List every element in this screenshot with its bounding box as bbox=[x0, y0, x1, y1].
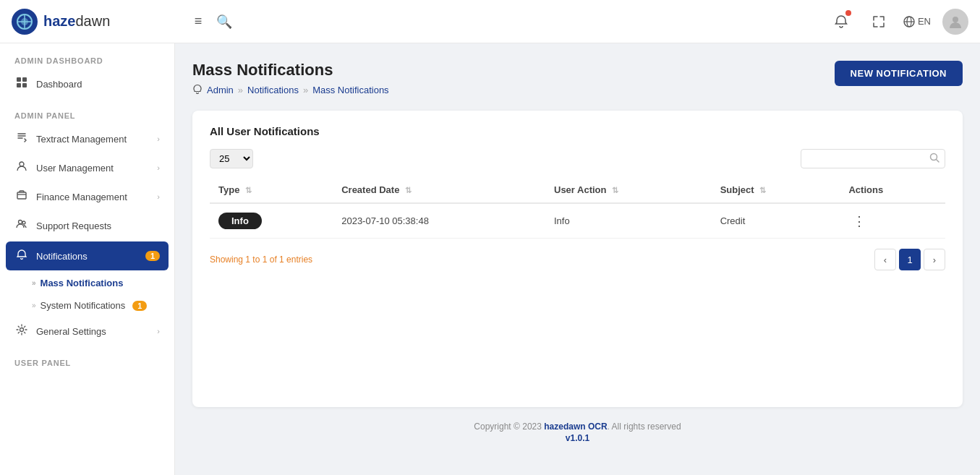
type-badge: Info bbox=[218, 213, 262, 229]
main-content: Mass Notifications Admin » Notifications… bbox=[175, 43, 980, 475]
breadcrumb-current: Mass Notifications bbox=[312, 85, 388, 95]
row-created-date-cell: 2023-07-10 05:38:48 bbox=[333, 203, 545, 239]
footer-copyright: Copyright © 2023 hazedawn OCR. All right… bbox=[207, 421, 948, 432]
sidebar-item-support[interactable]: Support Requests bbox=[0, 211, 174, 240]
sidebar: ADMIN DASHBOARD Dashboard ADMIN PANEL Te… bbox=[0, 43, 175, 475]
notification-badge bbox=[845, 10, 851, 16]
menu-icon: ≡ bbox=[195, 14, 203, 29]
search-box bbox=[801, 149, 945, 168]
pagination: ‹ 1 › bbox=[874, 249, 945, 270]
logo-icon bbox=[12, 9, 38, 35]
search-input[interactable] bbox=[801, 149, 945, 168]
sidebar-item-finance-label: Finance Management bbox=[36, 192, 150, 202]
table-footer: Showing 1 to 1 of 1 entries ‹ 1 › bbox=[210, 249, 945, 270]
svg-point-16 bbox=[22, 221, 25, 224]
footer-brand-link[interactable]: hazedawn OCR bbox=[544, 421, 607, 432]
expand-button[interactable] bbox=[866, 9, 892, 35]
svg-rect-9 bbox=[22, 77, 27, 82]
settings-icon bbox=[14, 324, 29, 338]
col-subject-sort-icon[interactable]: ⇅ bbox=[759, 186, 766, 194]
sidebar-item-settings-label: General Settings bbox=[36, 326, 150, 337]
globe-icon bbox=[903, 16, 915, 27]
col-type-sort-icon[interactable]: ⇅ bbox=[245, 186, 252, 194]
svg-point-12 bbox=[20, 162, 24, 166]
breadcrumb-sep1: » bbox=[238, 85, 243, 95]
col-actions: Actions bbox=[840, 177, 945, 203]
card-title: All User Notifications bbox=[210, 125, 945, 137]
search-button[interactable]: 🔍 bbox=[211, 9, 237, 35]
svg-line-19 bbox=[937, 160, 939, 163]
col-type: Type ⇅ bbox=[210, 177, 333, 203]
notifications-table: Type ⇅ Created Date ⇅ User Action ⇅ Su bbox=[210, 177, 945, 239]
avatar[interactable] bbox=[942, 9, 968, 35]
col-action-sort-icon[interactable]: ⇅ bbox=[612, 186, 618, 194]
page-title: Mass Notifications bbox=[192, 61, 389, 80]
sidebar-item-notifications-label: Notifications bbox=[36, 251, 138, 262]
breadcrumb-admin-link[interactable]: Admin bbox=[207, 85, 234, 95]
user-panel-label: USER PANEL bbox=[0, 346, 174, 372]
pagination-prev-button[interactable]: ‹ bbox=[874, 249, 896, 270]
per-page-select: 25 10 50 100 bbox=[210, 149, 253, 168]
per-page-dropdown[interactable]: 25 10 50 100 bbox=[210, 149, 253, 168]
page-footer: Copyright © 2023 hazedawn OCR. All right… bbox=[192, 407, 963, 458]
sidebar-item-general-settings[interactable]: General Settings › bbox=[0, 317, 174, 346]
new-notification-button[interactable]: NEW NOTIFICATION bbox=[835, 61, 963, 86]
notifications-badge: 1 bbox=[145, 251, 160, 261]
header-icons: EN bbox=[828, 9, 968, 35]
mass-notifications-label: Mass Notifications bbox=[41, 278, 124, 288]
system-notifications-label: System Notifications bbox=[41, 300, 126, 311]
svg-point-7 bbox=[953, 17, 958, 22]
breadcrumb: Admin » Notifications » Mass Notificatio… bbox=[192, 84, 389, 96]
sidebar-item-textract-label: Textract Management bbox=[36, 134, 150, 145]
page-title-area: Mass Notifications Admin » Notifications… bbox=[192, 61, 389, 96]
language-button[interactable]: EN bbox=[903, 16, 931, 27]
support-icon bbox=[14, 218, 29, 233]
settings-chevron-icon: › bbox=[157, 327, 160, 335]
notifications-sub-menu: » Mass Notifications » System Notificati… bbox=[0, 272, 174, 317]
breadcrumb-sep2: » bbox=[303, 85, 308, 95]
sidebar-sub-item-mass-notifications[interactable]: » Mass Notifications bbox=[26, 272, 174, 294]
row-actions-cell: ⋮ bbox=[840, 203, 945, 239]
sidebar-item-textract[interactable]: Textract Management › bbox=[0, 124, 174, 153]
pagination-page-1-button[interactable]: 1 bbox=[899, 249, 921, 270]
search-icon: 🔍 bbox=[216, 14, 232, 30]
sidebar-item-user-mgmt-label: User Management bbox=[36, 163, 150, 174]
expand-icon bbox=[872, 15, 885, 28]
row-subject-cell: Credit bbox=[712, 203, 840, 239]
sidebar-item-finance[interactable]: Finance Management › bbox=[0, 182, 174, 211]
sidebar-item-dashboard[interactable]: Dashboard bbox=[0, 69, 174, 98]
col-actions-label: Actions bbox=[848, 184, 883, 195]
breadcrumb-notifications-link[interactable]: Notifications bbox=[247, 85, 299, 95]
admin-panel-label: ADMIN PANEL bbox=[0, 98, 174, 124]
notification-bell-button[interactable] bbox=[828, 9, 854, 35]
footer-version-link[interactable]: v1.0.1 bbox=[207, 433, 948, 443]
textract-icon bbox=[14, 132, 29, 146]
col-date-sort-icon[interactable]: ⇅ bbox=[405, 186, 412, 194]
finance-icon bbox=[14, 189, 29, 204]
sidebar-sub-item-system-notifications[interactable]: » System Notifications 1 bbox=[26, 294, 174, 317]
col-user-action: User Action ⇅ bbox=[545, 177, 712, 203]
row-action-menu-button[interactable]: ⋮ bbox=[848, 213, 870, 229]
svg-point-17 bbox=[20, 328, 24, 332]
bell-icon bbox=[834, 14, 848, 29]
notifications-icon bbox=[14, 249, 29, 263]
dashboard-icon bbox=[14, 77, 29, 91]
pagination-next-button[interactable]: › bbox=[924, 249, 945, 270]
table-row: Info 2023-07-10 05:38:48 Info Credit ⋮ bbox=[210, 203, 945, 239]
sidebar-item-notifications[interactable]: Notifications 1 bbox=[6, 241, 169, 270]
col-subject-label: Subject bbox=[720, 184, 754, 195]
sidebar-item-user-mgmt[interactable]: User Management › bbox=[0, 153, 174, 182]
logo-area: hazedawn bbox=[12, 9, 185, 35]
admin-dashboard-label: ADMIN DASHBOARD bbox=[0, 43, 174, 69]
menu-toggle-button[interactable]: ≡ bbox=[185, 9, 211, 35]
col-created-date-label: Created Date bbox=[341, 184, 399, 195]
svg-point-15 bbox=[19, 221, 22, 224]
svg-rect-8 bbox=[17, 77, 21, 82]
mass-notif-arrow-icon: » bbox=[32, 279, 36, 287]
sidebar-item-support-label: Support Requests bbox=[36, 221, 160, 231]
notifications-card: All User Notifications 25 10 50 100 bbox=[192, 111, 963, 407]
textract-chevron-icon: › bbox=[157, 134, 160, 143]
user-mgmt-chevron-icon: › bbox=[157, 163, 160, 172]
layout: ADMIN DASHBOARD Dashboard ADMIN PANEL Te… bbox=[0, 43, 980, 475]
breadcrumb-icon bbox=[192, 84, 203, 96]
